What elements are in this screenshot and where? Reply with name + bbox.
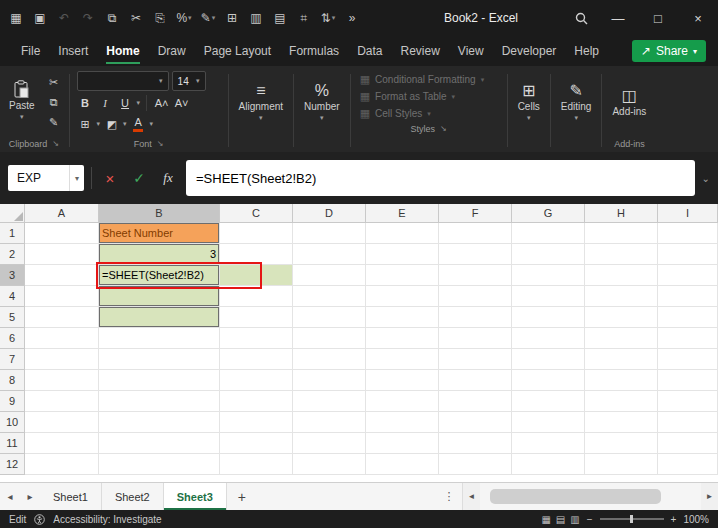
new-sheet-button[interactable]: + <box>227 483 257 510</box>
more-commands-icon[interactable]: » <box>340 5 364 31</box>
dialog-launcher-icon[interactable]: ↘ <box>157 139 164 148</box>
column-header-b[interactable]: B <box>99 204 220 223</box>
sheet-options-icon[interactable]: ⋮ <box>436 490 462 503</box>
format-painter-icon[interactable]: ✎▾ <box>196 5 220 31</box>
editing-button[interactable]: ✎ Editing ▾ <box>554 71 599 133</box>
cell-H11[interactable] <box>585 433 658 454</box>
cell-G3[interactable] <box>512 265 585 286</box>
scrollbar-track[interactable] <box>480 483 701 510</box>
column-header-e[interactable]: E <box>366 204 439 223</box>
number-button[interactable]: % Number ▾ <box>297 71 347 133</box>
tab-insert[interactable]: Insert <box>49 36 97 66</box>
cell-E6[interactable] <box>366 328 439 349</box>
cell-A2[interactable] <box>25 244 99 265</box>
cell-F2[interactable] <box>439 244 512 265</box>
cell-A4[interactable] <box>25 286 99 307</box>
enter-button[interactable]: ✓ <box>128 167 150 189</box>
cell-I5[interactable] <box>658 307 718 328</box>
horizontal-scrollbar[interactable]: ◄ ► <box>462 483 718 510</box>
name-box[interactable]: EXP ▾ <box>8 165 84 191</box>
tab-developer[interactable]: Developer <box>493 36 566 66</box>
style-item-conditional-formatting[interactable]: ▦Conditional Formatting▾ <box>360 73 498 86</box>
cell-E8[interactable] <box>366 370 439 391</box>
sheet-tab-sheet3[interactable]: Sheet3 <box>164 483 227 510</box>
cell-H3[interactable] <box>585 265 658 286</box>
cell-E10[interactable] <box>366 412 439 433</box>
cell-G8[interactable] <box>512 370 585 391</box>
cell-A8[interactable] <box>25 370 99 391</box>
cell-F7[interactable] <box>439 349 512 370</box>
minimize-button[interactable]: — <box>598 0 638 36</box>
cell-D9[interactable] <box>293 391 366 412</box>
fill-color-button[interactable]: ◩ <box>103 115 120 133</box>
cell-B11[interactable] <box>99 433 220 454</box>
cell-B7[interactable] <box>99 349 220 370</box>
paste-button[interactable]: Paste ▾ <box>2 69 42 131</box>
row-header-2[interactable]: 2 <box>0 244 25 265</box>
row-header-4[interactable]: 4 <box>0 286 25 307</box>
cell-E3[interactable] <box>366 265 439 286</box>
cell-C7[interactable] <box>220 349 293 370</box>
cell-B4[interactable] <box>99 286 220 307</box>
maximize-button[interactable]: □ <box>638 0 678 36</box>
freeze-panes-icon[interactable]: ⌗ <box>292 5 316 31</box>
cell-C11[interactable] <box>220 433 293 454</box>
cell-I9[interactable] <box>658 391 718 412</box>
cut-button[interactable]: ✂ <box>42 72 66 92</box>
cell-F11[interactable] <box>439 433 512 454</box>
cell-D8[interactable] <box>293 370 366 391</box>
cell-D11[interactable] <box>293 433 366 454</box>
cell-E4[interactable] <box>366 286 439 307</box>
column-header-i[interactable]: I <box>658 204 718 223</box>
cell-C9[interactable] <box>220 391 293 412</box>
font-name-select[interactable]: ▾ <box>77 71 169 91</box>
cell-B9[interactable] <box>99 391 220 412</box>
cell-E12[interactable] <box>366 454 439 475</box>
page-break-view-icon[interactable]: ▥ <box>570 514 579 525</box>
cell-B3[interactable]: =SHEET(Sheet2!B2) <box>99 265 220 286</box>
format-painter-button[interactable]: ✎ <box>42 112 66 132</box>
cell-A5[interactable] <box>25 307 99 328</box>
redo-icon[interactable]: ↷ <box>76 5 100 31</box>
sheet-tab-sheet2[interactable]: Sheet2 <box>102 483 164 510</box>
cell-G4[interactable] <box>512 286 585 307</box>
select-all-corner[interactable] <box>0 204 25 223</box>
row-header-1[interactable]: 1 <box>0 223 25 244</box>
zoom-out-button[interactable]: − <box>587 514 593 525</box>
dialog-launcher-icon[interactable]: ↘ <box>52 139 59 148</box>
cell-G9[interactable] <box>512 391 585 412</box>
cell-C3[interactable] <box>220 265 293 286</box>
cell-D12[interactable] <box>293 454 366 475</box>
cell-I6[interactable] <box>658 328 718 349</box>
tab-page-layout[interactable]: Page Layout <box>195 36 280 66</box>
cell-D5[interactable] <box>293 307 366 328</box>
row-header-6[interactable]: 6 <box>0 328 25 349</box>
zoom-in-button[interactable]: + <box>671 514 677 525</box>
cell-A6[interactable] <box>25 328 99 349</box>
cell-F10[interactable] <box>439 412 512 433</box>
cell-H12[interactable] <box>585 454 658 475</box>
increase-font-button[interactable]: A˄ <box>153 94 170 112</box>
cell-B10[interactable] <box>99 412 220 433</box>
cut-icon[interactable]: ✂ <box>124 5 148 31</box>
cell-F8[interactable] <box>439 370 512 391</box>
cell-D1[interactable] <box>293 223 366 244</box>
row-header-3[interactable]: 3 <box>0 265 25 286</box>
cell-C8[interactable] <box>220 370 293 391</box>
cell-I3[interactable] <box>658 265 718 286</box>
cell-F5[interactable] <box>439 307 512 328</box>
row-header-12[interactable]: 12 <box>0 454 25 475</box>
cell-E7[interactable] <box>366 349 439 370</box>
formula-bar-expand-icon[interactable]: ⌄ <box>702 173 710 184</box>
cell-I7[interactable] <box>658 349 718 370</box>
addins-button[interactable]: ◫ Add-ins <box>605 71 653 133</box>
cell-B2[interactable]: 3 <box>99 244 220 265</box>
search-icon[interactable] <box>564 0 598 36</box>
italic-button[interactable]: I <box>97 94 114 112</box>
cell-A1[interactable] <box>25 223 99 244</box>
tab-data[interactable]: Data <box>348 36 391 66</box>
decrease-font-button[interactable]: A˅ <box>173 94 190 112</box>
cell-H6[interactable] <box>585 328 658 349</box>
column-header-a[interactable]: A <box>25 204 99 223</box>
chevron-down-icon[interactable]: ▾ <box>150 120 154 128</box>
